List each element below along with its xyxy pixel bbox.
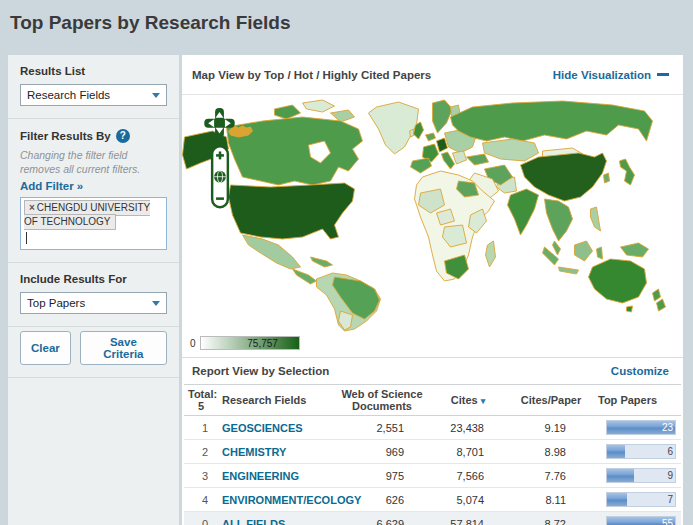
field-link[interactable]: GEOSCIENCES: [222, 422, 303, 434]
include-label: Include Results For: [20, 273, 167, 285]
include-select[interactable]: Top Papers: [20, 292, 167, 314]
map-legend: 0 75,757: [190, 335, 683, 351]
col-top-papers: Top Papers: [594, 385, 681, 416]
page-title: Top Papers by Research Fields: [10, 12, 291, 34]
region-borneo: [575, 241, 593, 261]
top-papers-value: 6: [667, 445, 673, 458]
top-papers-bar: 23: [606, 420, 676, 435]
save-criteria-button[interactable]: Save Criteria: [80, 331, 167, 365]
region-new-zealand-south: [657, 299, 666, 311]
row-number: 3: [184, 464, 218, 488]
sidebar-buttons: Clear Save Criteria: [8, 327, 179, 378]
region-new-zealand-north: [653, 289, 661, 301]
region-russia: [451, 101, 653, 141]
top-papers-value: 7: [667, 493, 673, 506]
world-map[interactable]: [182, 97, 683, 332]
legend-min-label: 0: [190, 338, 196, 349]
filter-by-label: Filter Results By: [20, 130, 111, 142]
cites-value: 5,074: [428, 488, 508, 512]
zoom-out-icon: [216, 197, 224, 200]
wos-docs-value: 2,551: [336, 416, 428, 440]
region-sulawesi: [597, 247, 603, 259]
filter-input[interactable]: ×CHENGDU UNIVERSITY OF TECHNOLOGY: [20, 197, 167, 250]
table-row: 1 GEOSCIENCES 2,551 23,438 9.19 23: [184, 416, 681, 440]
row-number: 1: [184, 416, 218, 440]
cites-per-paper-value: 7.76: [508, 464, 594, 488]
pan-control: [204, 108, 234, 137]
region-mexico: [243, 235, 301, 269]
region-new-guinea: [621, 243, 649, 257]
wos-docs-value: 6,629: [336, 512, 428, 525]
legend-gradient: 75,757: [200, 336, 300, 350]
row-number: 2: [184, 440, 218, 464]
chevron-down-icon: [152, 93, 160, 98]
region-iceland: [426, 133, 436, 141]
col-research-fields: Research Fields: [218, 385, 336, 416]
region-java: [559, 267, 579, 274]
top-papers-bar: 7: [606, 492, 676, 507]
wos-docs-value: 975: [336, 464, 428, 488]
include-value: Top Papers: [27, 297, 85, 309]
region-australia: [589, 259, 647, 303]
cites-label: Cites: [451, 394, 478, 406]
field-link[interactable]: ALL FIELDS: [222, 518, 285, 525]
report-header: Report View by Selection Customize: [182, 357, 683, 384]
table-row: 3 ENGINEERING 975 7,566 7.76 9: [184, 464, 681, 488]
top-papers-bar: 55: [606, 516, 676, 525]
cites-per-paper-value: 8.98: [508, 440, 594, 464]
screen: Top Papers by Research Fields Results Li…: [0, 0, 693, 525]
region-spain: [411, 158, 432, 173]
results-list-select[interactable]: Research Fields: [20, 84, 167, 106]
filter-tag-label: CHENGDU UNIVERSITY OF TECHNOLOGY: [24, 202, 150, 227]
row-number: 0: [184, 512, 218, 525]
filter-tag: ×CHENGDU UNIVERSITY OF TECHNOLOGY: [24, 200, 150, 230]
top-papers-bar: 6: [606, 444, 676, 459]
field-link[interactable]: ENGINEERING: [222, 470, 299, 482]
cites-value: 23,438: [428, 416, 508, 440]
clear-button[interactable]: Clear: [20, 331, 71, 365]
include-section: Include Results For Top Papers: [8, 263, 179, 327]
region-greenland: [369, 102, 419, 154]
col-cites[interactable]: Cites ▾: [428, 385, 508, 416]
col-cites-per-paper: Cites/Paper: [508, 385, 594, 416]
region-balkans: [453, 151, 467, 164]
map-controls[interactable]: [190, 107, 250, 217]
region-japan: [620, 159, 635, 185]
hide-visualization-label: Hide Visualization: [553, 69, 651, 81]
cites-per-paper-value: 9.19: [508, 416, 594, 440]
hide-visualization-link[interactable]: Hide Visualization: [553, 69, 669, 81]
map-view-title: Map View by Top / Hot / Highly Cited Pap…: [192, 69, 431, 81]
top-papers-value: 23: [662, 421, 673, 434]
total-value: 5: [188, 400, 214, 412]
sidebar: Results List Research Fields Filter Resu…: [8, 55, 179, 525]
total-header: Total: 5: [184, 385, 218, 416]
results-list-section: Results List Research Fields: [8, 55, 179, 119]
table-row-all-fields: 0 ALL FIELDS 6,629 57,814 8.72 55: [184, 512, 681, 525]
sort-down-icon: ▾: [481, 396, 486, 406]
region-italy: [442, 152, 455, 169]
region-india: [508, 189, 539, 235]
region-madagascar: [486, 241, 496, 267]
report-view-title: Report View by Selection: [192, 365, 329, 377]
cites-value: 8,701: [428, 440, 508, 464]
region-arctic-a: [303, 100, 335, 112]
field-link[interactable]: ENVIRONMENT/ECOLOGY: [222, 494, 361, 506]
viz-header: Map View by Top / Hot / Highly Cited Pap…: [182, 55, 683, 95]
customize-link[interactable]: Customize: [611, 365, 669, 377]
table-header-row: Total: 5 Research Fields Web of Science …: [184, 385, 681, 416]
cites-per-paper-value: 8.72: [508, 512, 594, 525]
top-papers-bar: 9: [606, 468, 676, 483]
filter-note: Changing the filter field removes all cu…: [20, 149, 167, 176]
region-southeast-asia: [545, 199, 573, 241]
region-caribbean: [311, 257, 333, 267]
region-malaysia: [553, 241, 561, 255]
cites-value: 57,814: [428, 512, 508, 525]
map-container: [182, 95, 683, 333]
help-icon[interactable]: ?: [116, 129, 130, 143]
minus-icon: [657, 73, 669, 76]
field-link[interactable]: CHEMISTRY: [222, 446, 286, 458]
top-papers-value: 9: [667, 469, 673, 482]
results-list-label: Results List: [20, 65, 167, 77]
remove-filter-icon[interactable]: ×: [29, 202, 35, 213]
add-filter-link[interactable]: Add Filter »: [20, 180, 83, 192]
